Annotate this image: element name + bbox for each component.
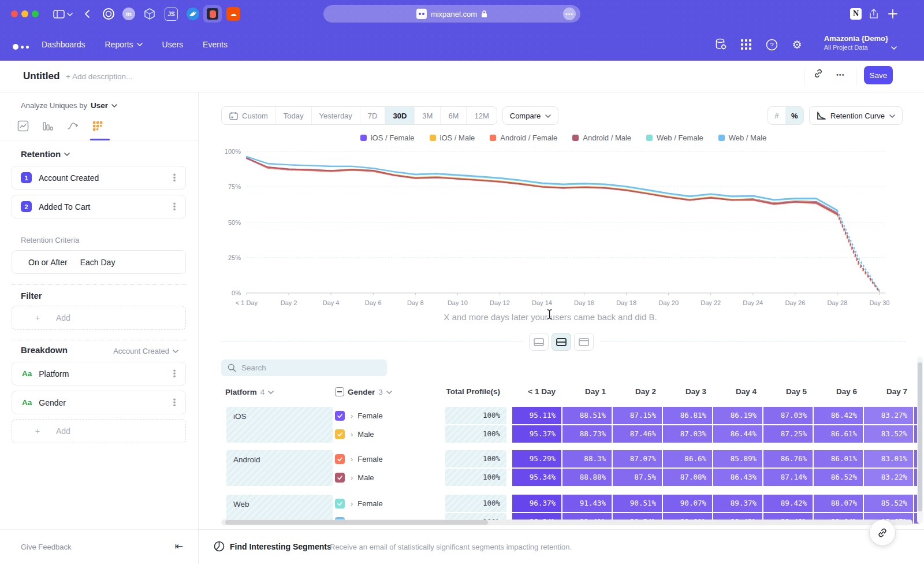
vertical-scrollbar[interactable] [917,357,923,524]
range-3m[interactable]: 3M [414,107,440,124]
tab-retention-active[interactable] [92,120,103,132]
column-header[interactable]: < 1 Day [512,383,561,400]
retention-cell[interactable]: 83.22% [864,469,913,486]
legend-item[interactable]: iOS / Female [360,133,415,142]
retention-cell[interactable]: 86.01% [814,450,863,467]
minimize-window-button[interactable] [21,10,28,17]
table-search-input[interactable]: Search [221,359,387,376]
layout-table-icon[interactable] [574,333,594,351]
cube-extension-icon[interactable] [143,6,156,21]
legend-item[interactable]: Web / Male [718,133,767,142]
apps-grid-icon[interactable] [739,38,753,51]
h-scrollbar-thumb[interactable] [225,520,488,525]
range-30d[interactable]: 30D [385,107,414,124]
new-tab-icon[interactable] [888,6,897,21]
retention-cell[interactable]: 87.5% [613,469,662,486]
zoom-window-button[interactable] [32,10,39,17]
soundcloud-extension-icon[interactable]: ☁ [226,6,240,21]
address-bar[interactable]: mixpanel.com ••• [323,5,580,23]
retention-cell[interactable]: 87.14% [763,469,813,486]
retention-cell[interactable]: 87.07% [613,450,662,467]
legend-item[interactable]: Android / Female [490,133,557,142]
nav-item-dashboards[interactable]: Dashboards [42,40,85,49]
unit-count-option[interactable]: # [768,107,786,124]
retention-cell[interactable]: 87.08% [663,469,712,486]
gender-column-select[interactable]: Gender 3 [335,383,392,400]
retention-cell[interactable]: 86.52% [814,469,863,486]
close-window-button[interactable] [11,10,18,17]
retention-cell[interactable]: 95.11% [512,407,561,424]
unit-percent-option[interactable]: % [786,107,803,124]
kebab-menu-icon[interactable]: ••• [172,173,177,182]
retention-cell[interactable]: 85.89% [713,450,762,467]
give-feedback-link[interactable]: Give Feedback [21,543,71,551]
range-yesterday[interactable]: Yesterday [311,107,360,124]
criteria-interval[interactable]: Each Day [80,258,116,267]
retention-cell[interactable]: 95.34% [512,469,561,486]
breakdown-card-platform[interactable]: Aa Platform ••• [12,362,186,385]
legend-item[interactable]: iOS / Male [430,133,475,142]
range-7d[interactable]: 7D [360,107,385,124]
sidebar-toggle-icon[interactable] [53,6,65,21]
expand-chevron-icon[interactable]: › [351,455,353,463]
project-switcher[interactable]: Amazonia {Demo} All Project Data [824,34,888,51]
legend-item[interactable]: Web / Female [646,133,703,142]
series-checkbox[interactable] [335,411,345,421]
layout-chart-icon[interactable] [529,333,549,351]
expand-chevron-icon[interactable]: › [351,499,353,508]
retention-chart-area[interactable]: 100%75%50%25%0%< 1 DayDay 2Day 4Day 6Day… [221,144,906,314]
column-header[interactable]: Day 3 [663,383,712,400]
breakdown-card-gender[interactable]: Aa Gender ••• [12,391,186,414]
expand-chevron-icon[interactable]: › [351,411,353,420]
gender-cell[interactable]: ›Male [335,469,374,486]
nav-item-reports[interactable]: Reports [105,40,143,49]
gender-cell[interactable]: ›Female [335,450,383,467]
retention-cell[interactable]: 83.01% [864,450,913,467]
collapse-sidebar-icon[interactable]: ⇤ [175,540,183,552]
retention-cell[interactable]: 86.61% [814,425,863,443]
retention-cell[interactable]: 88.07% [814,495,863,512]
retention-cell[interactable]: 88.3% [562,450,612,467]
retention-cell[interactable]: 86.44% [713,425,762,443]
retention-cell[interactable]: 90.51% [613,495,662,512]
gender-cell[interactable]: ›Female [335,495,383,512]
retention-cell[interactable]: 85.52% [864,495,913,512]
compare-button[interactable]: Compare [502,106,558,125]
retention-cell[interactable]: 87.15% [613,407,662,424]
add-breakdown-button[interactable]: + Add [12,419,186,443]
column-header[interactable]: Day 2 [613,383,662,400]
notion-tab-icon[interactable]: N [850,6,862,21]
retention-cell[interactable]: 87.03% [663,425,712,443]
series-checkbox[interactable] [335,499,345,509]
range-6m[interactable]: 6M [440,107,466,124]
layout-split-icon[interactable] [552,333,571,351]
indeterminate-checkbox[interactable] [335,387,344,396]
retention-cell[interactable]: 86.19% [713,407,762,424]
retention-cell[interactable]: 87.25% [763,425,813,443]
retention-cell[interactable]: 87.46% [613,425,662,443]
retention-cell[interactable]: 83.27% [864,407,913,424]
active-extension-icon[interactable] [203,5,222,23]
retention-cell[interactable]: 96.37% [512,495,561,512]
column-header[interactable]: Day 4 [713,383,762,400]
analyze-value[interactable]: User [91,101,108,110]
tab-funnels[interactable] [42,120,54,132]
report-description-placeholder[interactable]: + Add description... [66,72,132,81]
platform-column-select[interactable]: Platform 4 [225,383,274,400]
mixpanel-logo[interactable] [13,44,29,50]
retention-cell[interactable]: 95.29% [512,450,561,467]
nav-item-users[interactable]: Users [162,40,184,49]
kebab-menu-icon[interactable]: ••• [172,398,177,407]
retention-cell[interactable]: 86.81% [663,407,712,424]
add-filter-button[interactable]: + Add [12,306,186,330]
column-header[interactable]: Day 7 [864,383,913,400]
column-header[interactable]: Day 1 [562,383,612,400]
retention-cell[interactable]: 86.43% [713,469,762,486]
share-icon[interactable] [869,6,878,21]
kebab-menu-icon[interactable]: ••• [172,202,177,211]
retention-cell[interactable]: 90.07% [663,495,712,512]
retention-cell[interactable]: 86.76% [763,450,813,467]
js-extension-icon[interactable]: JS [165,6,178,21]
criteria-mode[interactable]: On or After [28,258,68,267]
range-12m[interactable]: 12M [466,107,496,124]
